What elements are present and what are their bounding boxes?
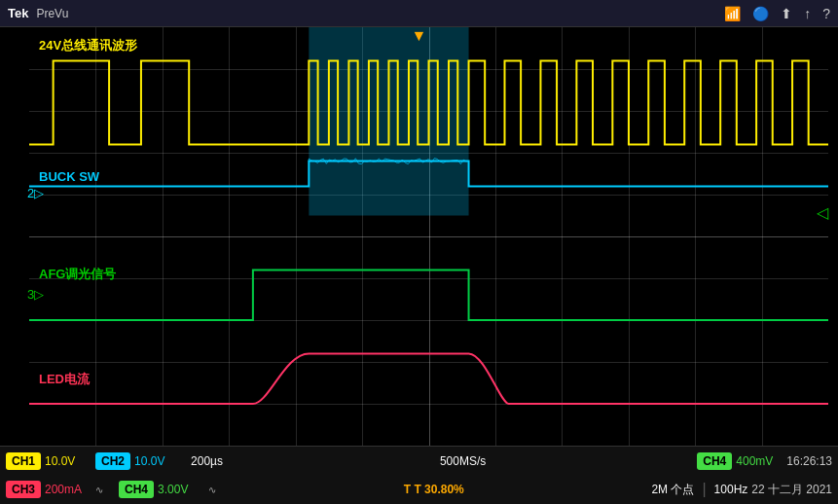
date-value: 22 十二月 2021 <box>751 482 832 498</box>
ch1-value: 10.0V <box>45 454 84 468</box>
ch2-value: 10.0V <box>134 454 173 468</box>
timestamp: 16:26:13 <box>786 454 832 468</box>
trigger-percent: T 30.80% <box>414 483 463 496</box>
wifi-icon[interactable]: 📶 <box>724 6 741 21</box>
bandwidth-value: 100Hz <box>714 483 748 496</box>
brand-label: Tek <box>8 6 28 20</box>
ch2-level-indicator: 2▷ <box>27 186 44 200</box>
ch3-badge[interactable]: CH3 <box>6 481 41 498</box>
ch4-coupling-icon: ∿ <box>208 485 216 495</box>
timebase-value: 200µs <box>191 454 223 468</box>
ch4-badge-trigger[interactable]: CH4 <box>697 452 732 470</box>
share-icon[interactable]: ↑ <box>804 6 811 21</box>
ch2-badge[interactable]: CH2 <box>95 452 130 470</box>
ch1-badge[interactable]: CH1 <box>6 452 41 470</box>
bottom-row1: CH1 10.0V CH2 10.0V 200µs 500MS/s CH4 40… <box>0 447 838 476</box>
trigger-value: T T 30.80% <box>404 483 464 496</box>
points-value: 2M 个点 <box>651 482 694 498</box>
ch3-coupling-icon: ∿ <box>95 485 103 495</box>
waveform-canvas <box>29 27 828 446</box>
scope-area: 2▷ 3▷ ◁ 24V总线通讯波形 BUCK SW AFG调光信号 LED电流 <box>0 27 838 446</box>
upload-icon[interactable]: ⬆ <box>781 6 792 21</box>
top-bar: Tek PreVu 📶 🔵 ⬆ ↑ ? <box>0 0 838 27</box>
bottom-bar: CH1 10.0V CH2 10.0V 200µs 500MS/s CH4 40… <box>0 446 838 504</box>
bottom-row2: CH3 200mA ∿ CH4 3.00V ∿ T T 30.80% 2M 个点… <box>0 476 838 505</box>
ch4-badge[interactable]: CH4 <box>119 481 154 498</box>
ch3-value: 200mA <box>45 483 84 496</box>
bluetooth-icon[interactable]: 🔵 <box>752 6 769 21</box>
ch3-level-indicator: 3▷ <box>27 287 44 302</box>
prevu-label: PreVu <box>36 7 724 20</box>
ch4-trigger-value: 400mV <box>736 454 775 468</box>
samplerate-value: 500MS/s <box>440 454 486 468</box>
toolbar-icons: 📶 🔵 ⬆ ↑ ? <box>724 6 830 21</box>
ch4-value: 3.00V <box>158 483 197 496</box>
trigger-t-icon: T <box>404 483 411 496</box>
trigger-marker-top: ▼ <box>412 27 427 45</box>
help-icon[interactable]: ? <box>822 6 830 21</box>
right-edge-marker: ◁ <box>817 203 828 222</box>
